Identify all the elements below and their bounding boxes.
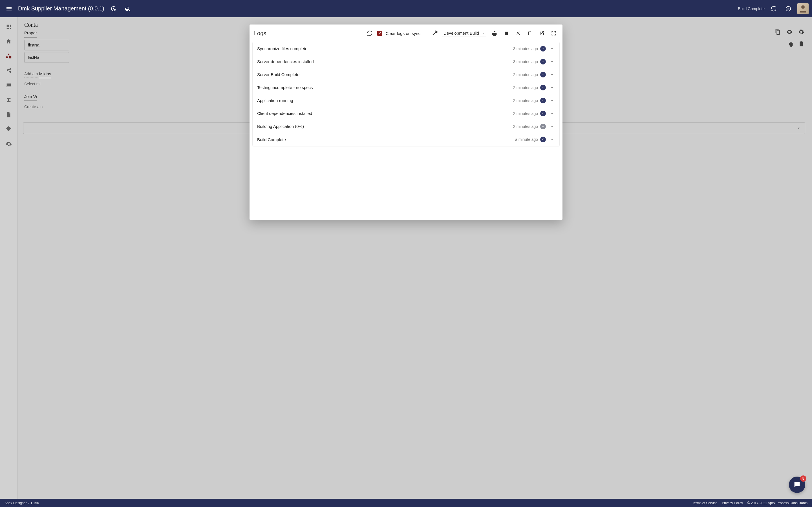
build-tool-icon[interactable] [430,29,439,38]
logs-debug-button[interactable] [490,29,499,38]
log-item[interactable]: Application running2 minutes ago [253,94,559,107]
status-ok-icon [540,85,546,91]
logs-sync-button[interactable] [365,29,374,38]
menu-button[interactable] [3,3,15,14]
close-icon [515,31,521,36]
export-icon [527,31,533,36]
chevron-down-icon [550,137,555,142]
log-time: 2 minutes ago [513,72,538,77]
log-expand-button[interactable] [549,46,555,51]
logs-close-button[interactable] [514,29,522,38]
log-expand-button[interactable] [549,124,555,129]
stop-icon [504,31,509,36]
svg-rect-2 [505,32,508,35]
app-title: Dmk Supplier Management (0.0.1) [18,5,104,12]
search-icon [124,5,132,12]
chat-badge: 5 [800,475,806,482]
logs-fullscreen-button[interactable] [550,29,558,38]
log-time: 2 minutes ago [513,124,538,129]
status-ok-icon [540,59,546,64]
app-footer: Apex Designer 2.1.156 Terms of Service P… [0,499,812,507]
log-expand-button[interactable] [549,72,555,77]
log-time: 3 minutes ago [513,47,538,51]
log-expand-button[interactable] [549,59,555,64]
open-external-icon [539,31,545,36]
chevron-down-icon [550,46,555,51]
log-item[interactable]: Building Application (0%)2 minutes ago [253,120,559,133]
log-item[interactable]: Testing incomplete - no specs2 minutes a… [253,81,559,94]
log-message: Server dependencies installed [257,59,513,64]
log-message: Application running [257,98,513,103]
check-icon [378,31,382,35]
log-time: 2 minutes ago [513,111,538,116]
status-ok-icon [540,46,546,52]
chevron-down-icon [550,85,555,90]
status-in-progress-icon [540,124,546,129]
log-item[interactable]: Server dependencies installed3 minutes a… [253,55,559,68]
logs-modal: Logs Clear logs on sync Development Buil… [250,24,562,220]
log-expand-button[interactable] [549,137,555,142]
bug-icon [492,30,498,36]
app-header: Dmk Supplier Management (0.0.1) Build Co… [0,0,812,17]
chevron-down-icon [550,72,555,77]
log-time: a minute ago [515,137,538,142]
logs-open-external-button[interactable] [538,29,546,38]
check-circle-icon [785,6,792,12]
history-icon [110,5,117,12]
log-item[interactable]: Server Build Complete2 minutes ago [253,68,559,81]
modal-overlay[interactable]: Logs Clear logs on sync Development Buil… [0,17,812,499]
logs-modal-header: Logs Clear logs on sync Development Buil… [250,24,562,42]
hamburger-icon [6,5,12,12]
logs-stop-button[interactable] [502,29,511,38]
chevron-down-icon [550,59,555,64]
logs-modal-body: Synchronize files complete3 minutes agoS… [250,42,562,220]
footer-privacy-link[interactable]: Privacy Policy [722,501,743,505]
sync-button[interactable] [768,3,779,14]
avatar-icon [798,4,808,14]
user-avatar[interactable] [797,3,809,14]
build-select-dropdown[interactable]: Development Build [442,30,486,37]
log-time: 2 minutes ago [513,86,538,90]
log-message: Testing incomplete - no specs [257,85,513,90]
chat-fab[interactable]: 5 [789,476,805,493]
wrench-icon [432,30,438,37]
chevron-down-icon [550,98,555,103]
log-item[interactable]: Build Completea minute ago [253,133,559,146]
svg-point-0 [786,6,791,11]
log-list: Synchronize files complete3 minutes agoS… [252,42,560,146]
log-message: Synchronize files complete [257,46,513,51]
build-select-value: Development Build [444,31,479,36]
status-ok-icon [540,98,546,103]
status-ok-icon [540,111,546,116]
search-button[interactable] [122,3,134,14]
logs-title: Logs [254,30,266,37]
footer-version: Apex Designer 2.1.156 [4,501,39,505]
sync-icon [366,30,373,36]
log-time: 3 minutes ago [513,59,538,64]
build-status-text: Build Complete [738,6,765,11]
fullscreen-icon [551,31,557,36]
clear-on-sync-checkbox[interactable] [377,31,382,36]
log-message: Build Complete [257,137,515,142]
status-ok-icon [540,72,546,77]
sync-icon [770,6,777,12]
log-item[interactable]: Synchronize files complete3 minutes ago [253,42,559,55]
log-item[interactable]: Client dependencies installed2 minutes a… [253,107,559,120]
check-button[interactable] [783,3,794,14]
logs-export-button[interactable] [526,29,534,38]
log-expand-button[interactable] [549,98,555,103]
log-expand-button[interactable] [549,111,555,116]
chevron-down-icon [550,124,555,129]
chevron-down-icon [550,111,555,116]
clear-on-sync-label: Clear logs on sync [386,31,420,36]
svg-rect-3 [542,126,544,126]
footer-copyright: © 2017-2021 Apex Process Consultants [748,501,808,505]
log-expand-button[interactable] [549,85,555,90]
log-message: Server Build Complete [257,72,513,77]
footer-tos-link[interactable]: Terms of Service [692,501,717,505]
status-ok-icon [540,136,546,142]
chat-icon [793,481,801,489]
svg-point-1 [801,5,805,9]
history-button[interactable] [108,3,119,14]
log-message: Building Application (0%) [257,124,513,129]
